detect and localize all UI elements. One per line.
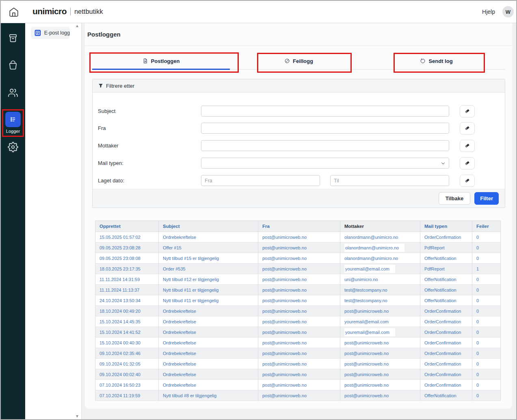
column-header-mottaker[interactable]: Mottaker (340, 221, 420, 232)
eraser-icon (464, 143, 470, 149)
document-icon (143, 58, 148, 64)
cell-fra: post@unimicroweb.no (258, 232, 340, 242)
filter-button[interactable]: Filter (474, 192, 499, 205)
table-row[interactable]: 15.10.2024 14:41:52Ordrebekreftelsepost@… (95, 327, 501, 338)
subject-input[interactable] (201, 106, 449, 117)
epost-logg-icon (35, 30, 41, 36)
cell-fra: post@unimicroweb.no (258, 369, 340, 380)
clear-mail-typen-button[interactable] (460, 157, 475, 169)
cell-fra: post@unimicroweb.no (258, 380, 340, 390)
mail-typen-select[interactable] (201, 158, 449, 169)
tab-sendt-log[interactable]: Sendt log (368, 53, 505, 69)
cell-feiler: 0 (472, 327, 501, 338)
column-header-feiler[interactable]: Feiler (472, 221, 501, 232)
clear-subject-button[interactable] (460, 105, 475, 117)
table-row[interactable]: 09.05.2025 23:08:28Offer #15post@unimicr… (95, 242, 501, 253)
table-row[interactable]: 11.11.2024 14:31:59Nytt tilbud #12 er ti… (95, 274, 501, 285)
table-head: Opprettet Subject Fra Mottaker Mail type… (95, 221, 501, 232)
cell-mottaker: uni@unimicro.no (340, 274, 420, 285)
cell-opprettet: 09.05.2025 23:08:08 (95, 253, 159, 264)
table-row[interactable]: 09.10.2024 01:32:05Ordrebekreftelsepost@… (95, 359, 501, 369)
customers-icon[interactable] (8, 87, 18, 98)
filter-icon (98, 83, 103, 88)
column-header-opprettet[interactable]: Opprettet (95, 221, 159, 232)
cell-fra: post@unimicroweb.no (258, 306, 340, 316)
table-row[interactable]: 24.10.2024 13:50:34Nytt tilbud #11 er ti… (95, 295, 501, 306)
fra-label: Fra (98, 125, 106, 131)
ban-icon (284, 58, 290, 64)
gear-icon[interactable] (8, 142, 18, 152)
laget-dato-label: Laget dato: (98, 178, 124, 184)
tab-feillogg[interactable]: Feillogg (230, 53, 368, 69)
cell-subject: Ordrebekreftelse (159, 380, 258, 390)
cell-mail-typen: OrderConfirmation (420, 232, 472, 242)
fra-input[interactable] (201, 123, 449, 134)
table-row[interactable]: 07.10.2024 11:19:59Nytt tilbud #8 er til… (95, 390, 501, 401)
table-row[interactable]: 09.05.2025 23:08:08Nytt tilbud #15 er ti… (95, 253, 501, 264)
help-link[interactable]: Hjelp (482, 9, 495, 15)
cell-mottaker: post@unimicroweb.no (340, 338, 420, 348)
cell-mail-typen: OrderConfirmation (420, 348, 472, 359)
epost-logg-label: E-post logg (44, 30, 70, 36)
logger-label: Logger (1, 129, 25, 134)
date-to-input[interactable] (330, 175, 449, 186)
cell-subject: Nytt tilbud #8 er tilgjengelig (159, 390, 258, 401)
cell-opprettet: 09.10.2024 01:32:05 (95, 359, 159, 369)
back-button[interactable]: Tilbake (439, 192, 471, 205)
scroll-up-icon[interactable]: ▲ (75, 24, 79, 28)
cell-feiler: 0 (472, 253, 501, 264)
mottaker-input[interactable] (201, 140, 449, 151)
sidebar-item-epost-logg[interactable]: E-post logg (31, 27, 70, 39)
tab-postloggen[interactable]: Postloggen (92, 53, 230, 69)
cell-mottaker: post@unimicroweb.no (340, 348, 420, 359)
cell-subject: Ordrebekreftelse (159, 232, 258, 242)
table-row[interactable]: 15.05.2025 01:57:02Ordrebekreftelsepost@… (95, 232, 501, 242)
cell-subject: Ordrebekreftelse (159, 306, 258, 316)
cell-opprettet: 15.10.2024 14:41:52 (95, 327, 159, 338)
mail-typen-select-value[interactable] (201, 158, 449, 169)
logger-tile (5, 112, 21, 127)
cell-mottaker: youremail@email.com (340, 264, 420, 274)
clear-fra-button[interactable] (460, 122, 475, 134)
cell-fra: post@unimicroweb.no (258, 242, 340, 253)
avatar[interactable]: W (502, 6, 514, 17)
cell-feiler: 0 (472, 359, 501, 369)
secondary-sidebar: ▲ E-post logg ▼ (25, 23, 82, 419)
table-row[interactable]: 11.11.2024 11:13:37Nytt tilbud #11 er ti… (95, 285, 501, 295)
cell-feiler: 0 (472, 390, 501, 401)
shopping-bag-icon[interactable] (8, 60, 18, 70)
table-row[interactable]: 15.10.2024 00:40:30Ordrebekreftelsepost@… (95, 338, 501, 348)
cell-mottaker: olanordmann@unimicro.no (340, 253, 420, 264)
clear-laget-dato-button[interactable] (460, 175, 475, 187)
cell-mail-typen: OrderConfirmation (420, 380, 472, 390)
home-icon[interactable] (9, 7, 19, 17)
eraser-icon (464, 160, 470, 166)
title-bar: Postloggen (85, 23, 512, 46)
column-header-mail-typen[interactable]: Mail typen (420, 221, 472, 232)
archive-icon[interactable] (8, 33, 18, 43)
table-row[interactable]: 18.10.2024 00:49:20Ordrebekreftelsepost@… (95, 306, 501, 316)
cell-opprettet: 11.11.2024 11:13:37 (95, 285, 159, 295)
sidebar-item-logger[interactable]: Logger (1, 112, 25, 134)
table-row[interactable]: 07.10.2024 16:50:23Ordrebekreftelsepost@… (95, 380, 501, 390)
table-row[interactable]: 18.03.2025 23:17:35Order #535post@unimic… (95, 264, 501, 274)
scroll-down-icon[interactable]: ▼ (75, 414, 79, 418)
table-row[interactable]: 15.10.2024 14:45:35Ordrebekreftelsepost@… (95, 316, 501, 327)
table-row[interactable]: 09.10.2024 00:02:40Ordrebekreftelsepost@… (95, 369, 501, 380)
cell-feiler: 0 (472, 232, 501, 242)
cell-opprettet: 09.05.2025 23:08:28 (95, 242, 159, 253)
cell-mottaker: olanordmann@unimicro.no (340, 232, 420, 242)
cell-mottaker: youremail@email.com (340, 316, 420, 327)
clear-mottaker-button[interactable] (460, 140, 475, 152)
date-from-input[interactable] (201, 175, 320, 186)
column-header-fra[interactable]: Fra (258, 221, 340, 232)
icon-sidebar: Logger (1, 23, 25, 419)
cell-opprettet: 15.05.2025 01:57:02 (95, 232, 159, 242)
table-body: 15.05.2025 01:57:02Ordrebekreftelsepost@… (95, 232, 501, 401)
page-title: Postloggen (87, 31, 121, 38)
table-row[interactable]: 09.10.2024 02:35:46Ordrebekreftelsepost@… (95, 348, 501, 359)
table-header-row: Opprettet Subject Fra Mottaker Mail type… (95, 221, 501, 232)
column-header-subject[interactable]: Subject (159, 221, 258, 232)
filter-title: Filtrere etter (106, 83, 134, 89)
mail-typen-label: Mail typen: (98, 160, 123, 166)
